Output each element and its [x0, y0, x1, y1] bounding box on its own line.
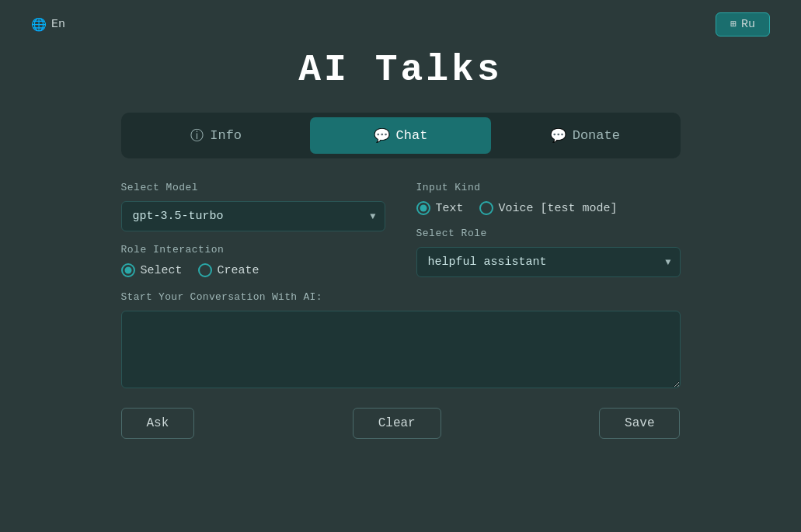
select-model-section: Select Model gpt-3.5-turbo gpt-4 ▼ — [121, 182, 385, 231]
tab-info[interactable]: ⓘ Info — [126, 117, 307, 154]
model-select-wrapper: gpt-3.5-turbo gpt-4 ▼ — [121, 201, 385, 231]
role-interaction-create-radio[interactable] — [198, 263, 212, 277]
select-role-label: Select Role — [416, 228, 681, 239]
input-kind-voice-radio[interactable] — [479, 201, 493, 215]
tab-donate-label: Donate — [573, 128, 620, 143]
input-kind-text-label: Text — [436, 202, 464, 215]
input-kind-voice-label: Voice [test mode] — [499, 202, 618, 215]
ask-button[interactable]: Ask — [121, 408, 195, 439]
role-interaction-select-option[interactable]: Select — [121, 263, 183, 277]
input-kind-section: Input Kind Text Voice [test mode] — [416, 182, 681, 215]
select-role-section: Select Role helpful assistant ▼ — [416, 228, 681, 277]
input-kind-radio-group: Text Voice [test mode] — [416, 201, 681, 215]
page-title: AI Talks — [298, 49, 502, 91]
role-interaction-select-radio[interactable] — [121, 263, 135, 277]
input-kind-label: Input Kind — [416, 182, 681, 193]
translate-icon — [730, 18, 737, 31]
conversation-textarea[interactable] — [121, 311, 681, 388]
input-kind-voice-option[interactable]: Voice [test mode] — [479, 201, 618, 215]
form-col-right: Input Kind Text Voice [test mode] Select… — [416, 182, 681, 277]
action-buttons: Ask Clear Save — [121, 408, 681, 439]
role-interaction-select-label: Select — [141, 264, 183, 277]
info-icon: ⓘ — [190, 127, 204, 144]
role-interaction-create-label: Create — [218, 264, 259, 277]
tab-chat-label: Chat — [396, 128, 428, 143]
conversation-section: Start Your Conversation With AI: — [121, 291, 681, 392]
role-interaction-section: Role Interaction Select Create — [121, 244, 385, 277]
model-select[interactable]: gpt-3.5-turbo gpt-4 — [121, 201, 385, 231]
main-container: ⓘ Info 💬 Chat 💬 Donate Select Model gpt-… — [121, 113, 681, 439]
chat-icon: 💬 — [374, 127, 390, 144]
select-model-label: Select Model — [121, 182, 385, 193]
top-bar: 🌐 En Ru — [0, 0, 801, 49]
tab-donate[interactable]: 💬 Donate — [494, 117, 675, 154]
tab-info-label: Info — [210, 128, 242, 143]
clear-button[interactable]: Clear — [353, 408, 441, 439]
save-button[interactable]: Save — [599, 408, 680, 439]
lang-en: 🌐 En — [31, 17, 65, 33]
lang-ru-button[interactable]: Ru — [716, 12, 770, 37]
role-select[interactable]: helpful assistant — [416, 247, 681, 277]
input-kind-text-option[interactable]: Text — [416, 201, 464, 215]
lang-en-label: En — [51, 18, 65, 31]
role-interaction-create-option[interactable]: Create — [198, 263, 259, 277]
donate-icon: 💬 — [550, 127, 566, 144]
tab-chat[interactable]: 💬 Chat — [310, 117, 491, 154]
role-interaction-label: Role Interaction — [121, 244, 385, 256]
globe-icon: 🌐 — [31, 17, 47, 33]
lang-ru-label: Ru — [741, 18, 755, 31]
form-col-left: Select Model gpt-3.5-turbo gpt-4 ▼ Role … — [121, 182, 385, 277]
role-interaction-radio-group: Select Create — [121, 263, 385, 277]
tab-bar: ⓘ Info 💬 Chat 💬 Donate — [121, 113, 681, 158]
input-kind-text-radio[interactable] — [416, 201, 430, 215]
role-select-wrapper: helpful assistant ▼ — [416, 247, 681, 277]
form-top-row: Select Model gpt-3.5-turbo gpt-4 ▼ Role … — [121, 182, 681, 277]
conversation-label: Start Your Conversation With AI: — [121, 291, 681, 303]
